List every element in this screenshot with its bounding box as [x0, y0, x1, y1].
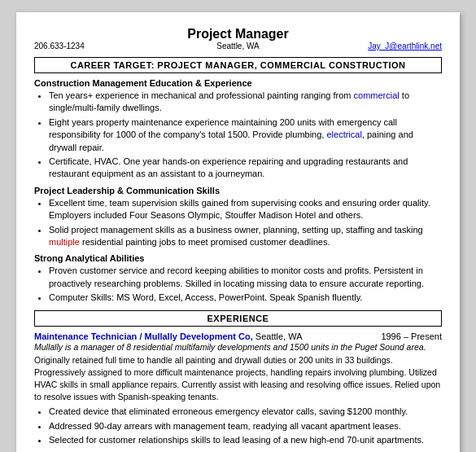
list-item: Solid project management skills as a bus…	[49, 224, 442, 249]
experience-title: Maintenance Technician / Mullally Develo…	[34, 331, 302, 341]
header: Project Manager 206.633-1234 Seattle, WA…	[34, 27, 442, 50]
experience-label: EXPERIENCE	[207, 314, 269, 323]
header-phone: 206.633-1234	[34, 42, 170, 50]
analytical-bullets: Proven customer service and record keepi…	[49, 265, 442, 304]
header-email-link[interactable]: Jay_J@earthlink.net	[368, 42, 442, 50]
list-item: Proven customer service and record keepi…	[49, 265, 442, 290]
list-item: Certificate, HVAC. One year hands-on exp…	[49, 156, 442, 181]
list-item: Eight years property maintenance experie…	[49, 116, 442, 154]
header-location: Seattle, WA	[170, 42, 306, 50]
experience-section-box: EXPERIENCE	[34, 310, 442, 327]
header-row: 206.633-1234 Seattle, WA Jay_J@earthlink…	[34, 42, 442, 50]
analytical-title-text: Strong Analytical Abilities	[34, 253, 145, 263]
experience-description: Originally retained full time to handle …	[34, 354, 442, 402]
list-item: Computer Skills: MS Word, Excel, Access,…	[49, 292, 442, 304]
list-item: Addressed 90-day arrears with management…	[49, 420, 442, 432]
list-item: Created device that eliminated erroneous…	[49, 406, 442, 418]
experience-date: 1996 – Present	[381, 331, 442, 341]
leadership-bullets: Excellent time, team supervision skills …	[49, 197, 442, 249]
leadership-title-text: Project Leadership & Communication Skill…	[34, 186, 220, 195]
resume-page: Project Manager 206.633-1234 Seattle, WA…	[16, 12, 460, 452]
header-name: Project Manager	[34, 27, 442, 42]
header-email: Jay_J@earthlink.net	[306, 42, 442, 50]
experience-subtitle: Mullally is a manager of 8 residential m…	[34, 342, 442, 352]
experience-entry: Maintenance Technician / Mullally Develo…	[34, 331, 442, 446]
experience-bullets: Created device that eliminated erroneous…	[49, 406, 442, 446]
career-target-box: CAREER TARGET: PROJECT MANAGER, COMMERCI…	[34, 57, 442, 73]
list-item: Excellent time, team supervision skills …	[49, 197, 442, 222]
list-item: Ten years+ experience in mechanical and …	[49, 90, 442, 115]
section-construction-title: Construction Management Education & Expe…	[34, 78, 442, 88]
experience-header: Maintenance Technician / Mullally Develo…	[34, 331, 442, 341]
construction-title-text: Construction Management Education & Expe…	[34, 78, 252, 88]
construction-bullets: Ten years+ experience in mechanical and …	[49, 90, 442, 181]
career-target-label: CAREER TARGET: PROJECT MANAGER, COMMERCI…	[70, 60, 405, 70]
list-item: Selected for customer relationships skil…	[49, 434, 442, 446]
section-leadership-title: Project Leadership & Communication Skill…	[34, 186, 442, 195]
section-analytical-title: Strong Analytical Abilities	[34, 253, 442, 263]
